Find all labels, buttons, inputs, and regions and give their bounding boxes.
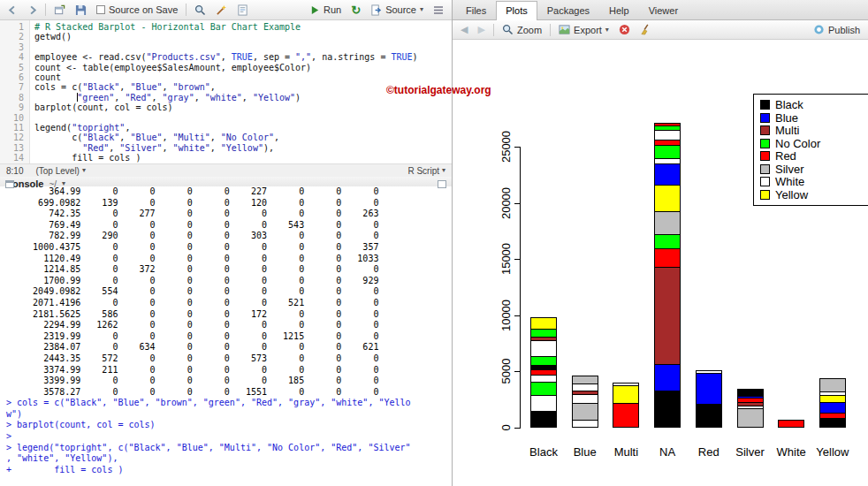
export-button[interactable]: Export ▾ xyxy=(555,23,613,36)
run-button[interactable]: Run xyxy=(307,4,345,16)
y-axis-tick xyxy=(514,147,520,148)
nav-forward-button[interactable] xyxy=(24,4,41,16)
bar-segment xyxy=(654,267,681,363)
bar-segment xyxy=(572,403,598,420)
zoom-label: Zoom xyxy=(517,25,542,35)
tab-help[interactable]: Help xyxy=(599,1,639,19)
bar-segment xyxy=(530,356,557,365)
bar-black xyxy=(530,317,557,428)
zoom-magnifier-icon xyxy=(502,24,514,35)
legend-swatch xyxy=(760,125,770,135)
code-line: count <- table(employee$SalesAmount, emp… xyxy=(34,63,452,72)
legend-label: Multi xyxy=(775,125,799,136)
clear-plots-button[interactable] xyxy=(636,23,655,36)
remove-plot-icon xyxy=(619,24,630,35)
legend-label: Black xyxy=(775,99,803,110)
bar-segment xyxy=(654,185,681,210)
line-number: 13 xyxy=(0,143,24,153)
legend-entry: Multi xyxy=(760,125,868,137)
text-cursor xyxy=(77,93,78,102)
rerun-icon: ↻ xyxy=(351,4,361,17)
code-line xyxy=(34,42,452,52)
source-on-save-checkbox[interactable] xyxy=(96,5,105,14)
file-type-label: R Script xyxy=(407,166,439,176)
y-axis-tick-label: 5000 xyxy=(499,359,513,384)
scope-selector[interactable]: (Top Level) ▾ xyxy=(35,166,85,176)
bar-segment xyxy=(530,340,557,356)
run-label: Run xyxy=(324,4,341,15)
console-line: 2049.0982 554 0 0 0 0 0 0 0 xyxy=(6,286,452,298)
line-number: 3 xyxy=(0,42,24,52)
chevron-down-icon: ▾ xyxy=(442,167,445,174)
source-on-save-toggle[interactable]: Source on Save xyxy=(93,4,181,16)
remove-plot-button[interactable] xyxy=(615,23,634,36)
outline-list-icon xyxy=(433,5,444,15)
console-line: 2071.4196 0 0 0 0 0 521 0 0 xyxy=(6,298,452,309)
legend-entry: Red xyxy=(760,150,868,163)
bar-segment xyxy=(696,373,722,405)
tab-plots[interactable]: Plots xyxy=(496,1,537,20)
toolbar-separator xyxy=(493,24,494,36)
y-axis-tick-label: 0 xyxy=(499,424,513,430)
tab-packages[interactable]: Packages xyxy=(537,1,599,19)
plots-pane: FilesPlotsPackagesHelpViewer ◀ ▶ Zoom Ex… xyxy=(452,0,868,486)
tab-files[interactable]: Files xyxy=(456,1,496,19)
console-output[interactable]: 364.99 0 0 0 0 227 0 0 0 699.0982 139 0 … xyxy=(0,186,452,481)
line-number: 5 xyxy=(0,63,24,72)
code-line: # R Stacked Barplot - Horizontal Bar Cha… xyxy=(34,22,452,32)
console-line: 2443.35 572 0 0 0 573 0 0 0 xyxy=(6,353,452,365)
console-line: 699.0982 139 0 0 0 120 0 0 0 xyxy=(6,198,452,209)
code-line: barplot(count, col = cols) xyxy=(34,103,452,112)
find-replace-button[interactable] xyxy=(191,4,209,17)
y-axis-line xyxy=(520,147,521,429)
export-image-icon xyxy=(559,24,570,35)
file-type-selector[interactable]: R Script ▾ xyxy=(407,166,445,176)
tab-viewer[interactable]: Viewer xyxy=(639,1,688,19)
rerun-button[interactable]: ↻ xyxy=(347,3,364,18)
line-number: 9 xyxy=(0,103,24,112)
compile-report-button[interactable] xyxy=(233,4,252,17)
document-outline-button[interactable] xyxy=(430,4,447,16)
publish-button[interactable]: Publish xyxy=(810,23,864,36)
bar-segment xyxy=(819,418,846,428)
maximize-pane-button[interactable] xyxy=(438,180,446,188)
nav-back-button[interactable] xyxy=(4,4,21,16)
plot-back-button[interactable]: ◀ xyxy=(457,23,471,36)
save-button[interactable] xyxy=(72,4,90,17)
bar-segment xyxy=(737,408,764,428)
zoom-button[interactable]: Zoom xyxy=(499,23,545,36)
console-line: 1000.4375 0 0 0 0 0 0 0 357 xyxy=(6,242,452,254)
plots-tabbar: FilesPlotsPackagesHelpViewer xyxy=(453,0,868,20)
console-line: 1120.49 0 0 0 0 0 0 0 1033 xyxy=(6,254,452,265)
code-editor[interactable]: 1234567891011121314 # R Stacked Barplot … xyxy=(0,20,452,163)
code-line xyxy=(34,113,452,123)
editor-gutter: 1234567891011121314 xyxy=(0,20,30,163)
console-pane: Console ~/ ▾ 364.99 0 0 0 0 227 0 0 0 69… xyxy=(0,177,452,486)
bar-segment xyxy=(778,420,804,428)
legend-label: No Color xyxy=(775,138,820,149)
bar-segment xyxy=(572,420,598,428)
bar-silver xyxy=(737,389,764,428)
bar-yellow xyxy=(819,378,846,428)
source-button[interactable]: Source ▾ xyxy=(367,4,427,17)
bar-segment xyxy=(654,211,681,235)
code-line: count xyxy=(34,72,452,82)
plot-forward-button[interactable]: ▶ xyxy=(474,23,488,36)
popout-editor-button[interactable] xyxy=(50,4,69,17)
bar-segment xyxy=(530,395,557,411)
bar-multi xyxy=(613,383,639,428)
console-line: > cols = c("Black", "Blue", "brown", "gr… xyxy=(6,398,452,409)
scope-label: (Top Level) xyxy=(35,166,79,176)
code-tools-button[interactable] xyxy=(212,4,231,17)
bar-segment xyxy=(572,376,598,384)
x-axis-label: Yellow xyxy=(806,445,859,459)
export-label: Export xyxy=(574,25,602,35)
line-number: 11 xyxy=(0,123,24,133)
legend-swatch xyxy=(760,164,770,174)
publish-icon xyxy=(813,24,825,35)
legend-label: Blue xyxy=(775,112,798,124)
source-pane: Source on Save Run ↻ xyxy=(0,0,452,177)
console-line: 782.99 290 0 0 0 303 0 0 0 xyxy=(6,231,452,242)
publish-label: Publish xyxy=(828,25,860,35)
minimize-pane-button[interactable] xyxy=(5,180,14,188)
